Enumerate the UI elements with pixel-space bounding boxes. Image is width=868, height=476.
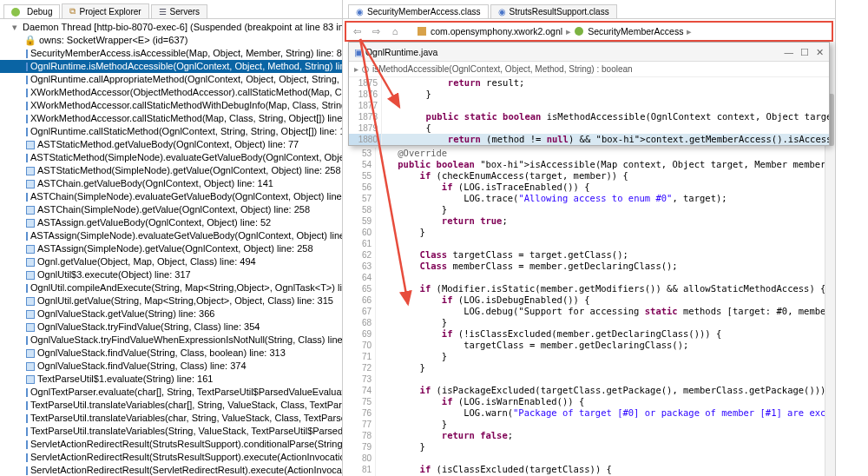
stack-frame[interactable]: ASTStaticMethod(SimpleNode).getValue(Ogn… [0, 164, 342, 177]
code-line[interactable]: public static boolean isMethodAccessible… [382, 111, 829, 122]
stack-frame[interactable]: ASTStaticMethod(SimpleNode).evaluateGetV… [0, 151, 342, 164]
line-number: 79 [343, 441, 375, 453]
stack-frame[interactable]: OgnlValueStack.tryFindValueWhenExpressio… [0, 334, 342, 347]
code-line[interactable]: return result; [382, 77, 829, 89]
line-number: 54 [343, 159, 375, 170]
stack-frame[interactable]: ASTChain(SimpleNode).evaluateGetValueBod… [0, 190, 342, 203]
stack-frame[interactable]: XWorkMethodAccessor(ObjectMethodAccessor… [0, 86, 342, 99]
frame-text: OgnlTextParser.evaluate(char[], String, … [30, 386, 342, 399]
popup-codelines[interactable]: return result; } public static boolean i… [382, 77, 829, 145]
line-number: 71 [343, 351, 375, 362]
editor-tab-struts[interactable]: ◉ StrutsResultSupport.class [490, 4, 617, 18]
home-button[interactable]: ⌂ [388, 24, 402, 38]
code-line[interactable]: } [376, 441, 835, 453]
code-line[interactable]: LOG.warn("Package of target [#0] or pack… [376, 407, 835, 419]
back-button[interactable]: ⇦ [350, 24, 364, 38]
tab-debug[interactable]: Debug [3, 4, 60, 18]
stack-frame[interactable]: OgnlUtil.getValue(String, Map<String,Obj… [0, 294, 342, 307]
stack-frame[interactable]: TextParseUtil.translateVariables(char, S… [0, 412, 342, 425]
stack-frame[interactable]: Ognl.getValue(Object, Map, Object, Class… [0, 255, 342, 268]
stack-frame[interactable]: OgnlUtil$3.execute(Object) line: 317 [0, 268, 342, 281]
stack-frame[interactable]: OgnlRuntime.isMethodAccessible(OgnlConte… [0, 60, 342, 73]
chevron-icon: ▸ [687, 26, 692, 36]
breadcrumb[interactable]: com.opensymphony.xwork2.ognl ▸ SecurityM… [418, 26, 694, 36]
minimize-icon[interactable]: — [785, 47, 794, 57]
stack-frame[interactable]: TextParseUtil.translateVariables(char[],… [0, 399, 342, 412]
expand-icon[interactable]: ▾ [12, 21, 17, 34]
stack-frame[interactable]: OgnlUtil.compileAndExecute(String, Map<S… [0, 281, 342, 294]
stack-frame[interactable]: OgnlValueStack.tryFindValue(String, Clas… [0, 321, 342, 334]
popup-breadcrumb[interactable]: ▸ isMethodAccessible(OgnlContext, Object… [349, 62, 829, 77]
stack-frame[interactable]: TextParseUtil$1.evaluate(String) line: 1… [0, 373, 342, 386]
stack-tree[interactable]: ▾ Daemon Thread [http-bio-8070-exec-6] (… [0, 19, 342, 476]
stack-frame[interactable]: SecurityMemberAccess.isAccessible(Map, O… [0, 47, 342, 60]
code-line[interactable]: } [376, 227, 835, 238]
code-line[interactable]: public boolean "box-hi">isAccessible(Map… [376, 159, 835, 170]
code-line[interactable]: } [376, 317, 835, 328]
stack-frame[interactable]: TextParseUtil.translateVariables(String,… [0, 425, 342, 438]
stack-frame[interactable]: ServletActionRedirectResult(StrutsResult… [0, 451, 342, 464]
code-line[interactable]: } [376, 351, 835, 362]
tab-servers[interactable]: ☰ Servers [151, 4, 207, 18]
code-line[interactable] [382, 100, 829, 111]
code-line[interactable] [376, 374, 835, 385]
stack-frame[interactable]: ASTAssign(SimpleNode).getValue(OgnlConte… [0, 242, 342, 255]
stack-frame[interactable]: OgnlValueStack.getValue(String) line: 36… [0, 307, 342, 321]
frame-icon [26, 245, 35, 254]
stack-frame[interactable]: ASTAssign.getValueBody(OgnlContext, Obje… [0, 216, 342, 229]
code-line[interactable]: LOG.trace("Allowing access to enum #0", … [376, 193, 835, 204]
code-line[interactable]: if (LOG.isWarnEnabled()) { [376, 396, 835, 407]
editor-tab-security[interactable]: ◉ SecurityMemberAccess.class [348, 4, 489, 18]
code-line[interactable]: return false; [376, 430, 835, 441]
code-line[interactable]: if (!isClassExcluded(member.getDeclaring… [376, 328, 835, 340]
code-line[interactable]: } [376, 204, 835, 215]
code-line[interactable]: { [382, 122, 829, 134]
stack-frame[interactable]: OgnlTextParser.evaluate(char[], String, … [0, 386, 342, 399]
frame-icon [26, 401, 28, 410]
code-line[interactable] [376, 238, 835, 249]
code-line[interactable]: if (Modifier.isStatic(member.getModifier… [376, 283, 835, 294]
code-line[interactable]: } [382, 89, 829, 100]
code-line[interactable] [376, 272, 835, 283]
main-editor[interactable]: 5354555657585960616263646566676869707172… [343, 148, 835, 476]
popup-titlebar[interactable]: ▣ OgnlRuntime.java — ☐ ✕ [349, 43, 829, 62]
frame-text: ASTStaticMethod(SimpleNode).getValue(Ogn… [37, 164, 341, 177]
forward-button[interactable]: ⇨ [369, 24, 383, 38]
code-line[interactable]: if (isClassExcluded(targetClass)) { [376, 464, 835, 475]
code-line[interactable]: Class memberClass = member.getDeclaringC… [376, 261, 835, 272]
code-line[interactable] [376, 453, 835, 464]
code-line[interactable]: } [376, 419, 835, 430]
thread-node[interactable]: ▾ Daemon Thread [http-bio-8070-exec-6] (… [0, 21, 342, 34]
stack-frame[interactable]: OgnlValueStack.findValue(String, Class) … [0, 360, 342, 373]
stack-frame[interactable]: XWorkMethodAccessor.callStaticMethod(Map… [0, 112, 342, 125]
stack-frame[interactable]: ServletActionRedirectResult(ServletRedir… [0, 464, 342, 476]
stack-frame[interactable]: ASTChain.getValueBody(OgnlContext, Objec… [0, 177, 342, 190]
code-line[interactable]: if (LOG.isDebugEnabled()) { [376, 294, 835, 306]
stack-frame[interactable]: OgnlRuntime.callAppropriateMethod(OgnlCo… [0, 73, 342, 86]
code-line[interactable]: LOG.debug("Support for accessing static … [376, 306, 835, 317]
stack-frame[interactable]: ASTStaticMethod.getValueBody(OgnlContext… [0, 138, 342, 151]
popup-code[interactable]: 18751876187718781879188018811882 return … [349, 77, 829, 145]
code-line[interactable]: if (checkEnumAccess(target, member)) { [376, 170, 835, 182]
stack-frame[interactable]: ServletActionRedirectResult(StrutsResult… [0, 438, 342, 451]
frame-text: ASTAssign(SimpleNode).evaluateGetValueBo… [30, 229, 342, 242]
code-line[interactable]: if (LOG.isTraceEnabled()) { [376, 182, 835, 193]
stack-frame[interactable]: OgnlRuntime.callStaticMethod(OgnlContext… [0, 125, 342, 138]
stack-frame[interactable]: XWorkMethodAccessor.callStaticMethodWith… [0, 99, 342, 112]
stack-frame[interactable]: ASTChain(SimpleNode).getValue(OgnlContex… [0, 203, 342, 216]
code-line[interactable]: } [376, 362, 835, 374]
tab-project-explorer[interactable]: ⧉ Project Explorer [62, 3, 148, 18]
code-line[interactable]: if (isPackageExcluded(targetClass.getPac… [376, 385, 835, 396]
code-line[interactable]: return (method != null) && "box-hi">cont… [382, 134, 829, 145]
owns-node[interactable]: 🔒 owns: SocketWrapper<E> (id=637) [0, 34, 342, 47]
stack-frame[interactable]: ASTAssign(SimpleNode).evaluateGetValueBo… [0, 229, 342, 242]
tab-label: Project Explorer [79, 7, 141, 17]
stack-frame[interactable]: OgnlValueStack.findValue(String, Class, … [0, 347, 342, 360]
close-icon[interactable]: ✕ [816, 47, 824, 57]
code-line[interactable]: @Override [376, 148, 835, 159]
main-codelines[interactable]: @Override public boolean "box-hi">isAcce… [376, 148, 835, 476]
code-line[interactable]: Class targetClass = target.getClass(); [376, 249, 835, 261]
maximize-icon[interactable]: ☐ [800, 47, 809, 57]
code-line[interactable]: return true; [376, 215, 835, 227]
code-line[interactable]: targetClass = member.getDeclaringClass()… [376, 340, 835, 351]
